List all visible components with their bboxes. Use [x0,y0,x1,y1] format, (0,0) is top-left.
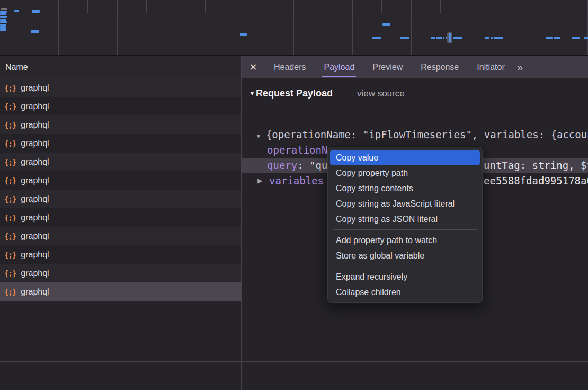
menu-item-expand-recursively[interactable]: Expand recursively [327,269,483,284]
network-overview-waterfall[interactable] [0,0,588,56]
json-braces-icon: {;} [4,121,16,129]
screenshot-root: Name {;}graphql{;}graphql{;}graphql{;}gr… [0,0,588,392]
menu-divider [333,266,477,266]
section-expand-icon[interactable]: ▼ [249,90,255,97]
root-preview-text: {operationName: "ipFlowTimeseries", vari… [266,129,588,140]
request-name: graphql [21,231,49,241]
network-request-row[interactable]: {;}graphql [0,227,241,245]
menu-divider [333,229,477,230]
waterfall-request-bar [0,19,6,21]
waterfall-request-bar [31,30,39,33]
menu-item-copy-string-as-javascript-literal[interactable]: Copy string as JavaScript literal [327,196,483,211]
name-column-header[interactable]: Name [0,56,241,78]
json-braces-icon: {;} [4,288,16,296]
waterfall-request-bar [240,33,247,36]
tab-headers[interactable]: Headers [266,56,314,78]
waterfall-request-bar [436,37,442,39]
summary-divider [0,361,241,362]
request-name: graphql [21,157,49,167]
request-name: graphql [21,213,49,222]
devtools-window: Name {;}graphql{;}graphql{;}graphql{;}gr… [0,0,588,390]
overview-timeline-ruler [0,0,588,13]
request-name: graphql [21,83,49,93]
summary-divider [242,361,588,362]
colon: : [297,159,309,171]
json-braces-icon: {;} [4,232,16,240]
network-request-row[interactable]: {;}graphql [0,97,241,115]
waterfall-request-bar [0,21,7,23]
json-braces-icon: {;} [4,269,16,278]
expand-closed-icon[interactable]: ▶ [257,173,262,189]
page-background-strip [0,390,588,392]
json-braces-icon: {;} [4,213,16,222]
json-root-row[interactable]: ▼{operationName: "ipFlowTimeseries", var… [242,127,588,142]
view-source-link[interactable]: view source [357,88,405,99]
json-braces-icon: {;} [4,84,16,92]
waterfall-request-bar [32,10,40,13]
json-braces-icon: {;} [4,102,16,111]
network-request-row[interactable]: {;}graphql [0,171,241,190]
menu-item-copy-string-contents[interactable]: Copy string contents [327,181,483,196]
menu-item-copy-property-path[interactable]: Copy property path [327,165,483,181]
waterfall-request-bar [14,10,19,12]
panel-split-handle[interactable] [241,56,242,390]
request-list-panel: Name {;}graphql{;}graphql{;}graphql{;}gr… [0,56,241,390]
waterfall-request-bar [572,37,580,39]
request-payload-section-header[interactable]: ▼Request Payloadview source [249,88,588,99]
section-title: Request Payload [256,88,333,99]
context-menu: Copy valueCopy property pathCopy string … [327,146,483,304]
menu-item-copy-string-as-json-literal[interactable]: Copy string as JSON literal [327,211,483,227]
waterfall-request-bar [0,16,7,18]
network-request-row[interactable]: {;}graphql [0,115,241,134]
tab-response[interactable]: Response [413,56,467,78]
waterfall-request-bar [485,37,489,39]
waterfall-request-bar [431,37,435,39]
overview-gridlines [0,13,588,55]
network-request-row[interactable]: {;}graphql [0,264,241,282]
waterfall-request-bar [0,11,7,13]
network-request-row[interactable]: {;}graphql [0,78,241,97]
tab-preview[interactable]: Preview [364,56,411,78]
property-value-continued: ee5588fdad995178a0 [484,173,588,189]
menu-item-store-as-global-variable[interactable]: Store as global variable [327,248,483,263]
menu-item-collapse-children[interactable]: Collapse children [327,284,483,300]
waterfall-request-bar [453,37,462,39]
network-request-row[interactable]: {;}graphql [0,208,241,227]
tab-payload[interactable]: Payload [316,56,362,78]
json-braces-icon: {;} [4,139,16,148]
network-request-row[interactable]: {;}graphql [0,245,241,264]
waterfall-request-bar [372,37,381,39]
waterfall-request-bar [443,37,444,39]
request-name: graphql [21,287,49,297]
waterfall-request-bar [0,24,6,26]
property-value-start: "qu [309,159,327,171]
waterfall-request-bar [491,37,493,39]
selection-handle-bar [449,33,451,42]
waterfall-request-bar [1,8,7,10]
network-main-area: Name {;}graphql{;}graphql{;}graphql{;}gr… [0,56,588,390]
waterfall-request-bar [494,37,503,39]
network-request-row[interactable]: {;}graphql [0,134,241,153]
request-name: graphql [21,139,49,148]
close-icon[interactable]: ✕ [242,61,265,73]
network-request-row[interactable]: {;}graphql [0,153,241,171]
json-braces-icon: {;} [4,158,16,166]
menu-item-copy-value[interactable]: Copy value [330,150,480,165]
network-request-row[interactable]: {;}graphql [0,282,241,301]
property-key: variables [242,173,324,189]
property-key: query [267,159,297,171]
waterfall-request-bar [0,26,6,29]
expand-open-icon[interactable]: ▼ [255,132,262,140]
tab-initiator[interactable]: Initiator [469,56,512,78]
json-braces-icon: {;} [4,251,16,259]
property-value-continued: untTag: string, $f [484,158,588,173]
waterfall-request-bar [554,37,560,39]
more-tabs-icon[interactable]: » [517,61,522,74]
overview-selection-handle[interactable] [447,32,452,43]
waterfall-request-bar [0,29,6,31]
network-request-row[interactable]: {;}graphql [0,190,241,208]
menu-item-add-property-path-to-watch[interactable]: Add property path to watch [327,233,483,248]
json-braces-icon: {;} [4,195,16,203]
waterfall-request-bar [382,23,390,26]
detail-tab-bar: ✕ HeadersPayloadPreviewResponseInitiator… [242,56,588,78]
